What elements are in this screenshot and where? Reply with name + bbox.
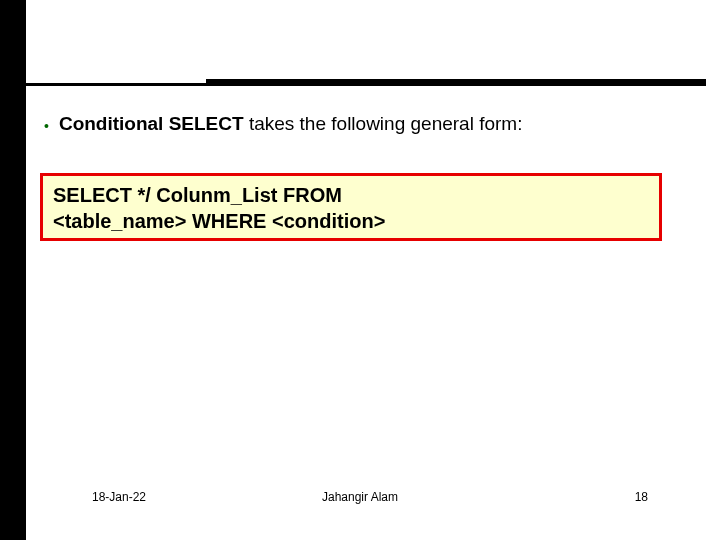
slide: • Conditional SELECT takes the following… <box>0 0 720 540</box>
bullet-text: Conditional SELECT takes the following g… <box>59 111 664 137</box>
left-stripe <box>0 0 26 540</box>
code-line-1: SELECT */ Colunm_List FROM <box>53 182 649 208</box>
footer-author: Jahangir Alam <box>0 490 720 504</box>
bullet-bold: Conditional SELECT <box>59 113 244 134</box>
footer-page: 18 <box>635 490 648 504</box>
bullet-rest: takes the following general form: <box>244 113 523 134</box>
code-line-2: <table_name> WHERE <condition> <box>53 208 649 234</box>
code-box: SELECT */ Colunm_List FROM <table_name> … <box>40 173 662 241</box>
divider-top <box>26 83 206 86</box>
divider-main <box>206 79 706 86</box>
bullet-item: • Conditional SELECT takes the following… <box>44 111 664 139</box>
bullet-icon: • <box>44 113 49 139</box>
footer: 18-Jan-22 Jahangir Alam 18 <box>0 488 720 504</box>
